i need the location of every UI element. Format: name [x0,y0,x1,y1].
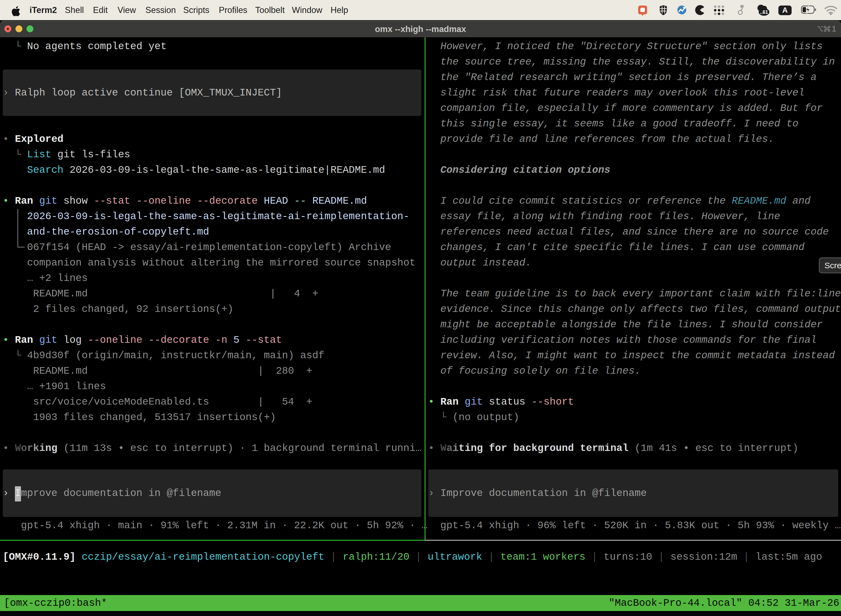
svg-text:..61: ..61 [760,9,768,15]
